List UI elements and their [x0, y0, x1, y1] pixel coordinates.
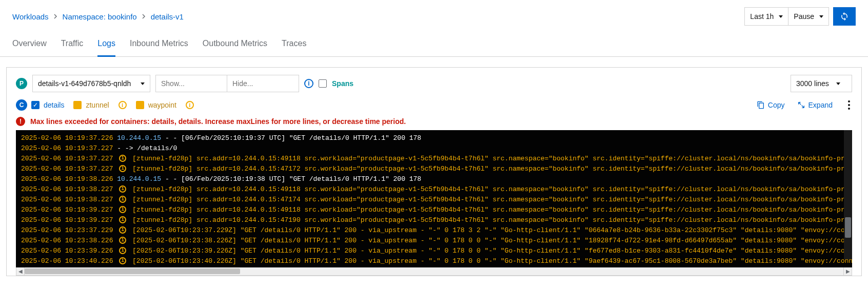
refresh-button[interactable] — [833, 7, 856, 26]
time-range-select[interactable]: Last 1h — [744, 7, 788, 26]
log-text: [2025-02-06T10:23:37.229Z] "GET /details… — [132, 226, 852, 234]
refresh-mode-label: Pause — [794, 12, 814, 20]
log-line: 2025-02-06 10:23:40.226 i [2025-02-06T10… — [21, 256, 847, 266]
expand-button[interactable]: Expand — [797, 101, 833, 109]
waypoint-warning-icon[interactable]: i — [186, 101, 194, 109]
log-line: 2025-02-06 10:19:38.227 i [ztunnel-fd28p… — [21, 184, 847, 195]
tab-traces[interactable]: Traces — [282, 39, 306, 57]
log-text: - - [06/Feb/2025:10:19:38 UTC] "GET /det… — [165, 175, 421, 183]
log-line: 2025-02-06 10:19:37.227 i [ztunnel-fd28p… — [21, 154, 847, 164]
log-timestamp: 2025-02-06 10:23:37.229 — [21, 226, 113, 234]
spans-checkbox[interactable] — [319, 79, 327, 88]
pod-select-label: details-v1-649d7678b5-qnldh — [38, 79, 133, 88]
expand-icon — [797, 101, 805, 109]
refresh-icon — [840, 12, 849, 21]
log-info-icon[interactable]: i — [119, 196, 126, 203]
log-info-icon[interactable]: i — [119, 155, 126, 162]
breadcrumb-workload[interactable]: details-v1 — [151, 12, 184, 21]
pod-select[interactable]: details-v1-649d7678b5-qnldh — [32, 75, 150, 92]
log-timestamp: 2025-02-06 10:23:38.226 — [21, 237, 113, 244]
tab-logs[interactable]: Logs — [97, 39, 115, 57]
log-timestamp: 2025-02-06 10:19:38.227 — [21, 196, 113, 203]
container-badge: C — [16, 99, 27, 111]
log-timestamp: 2025-02-06 10:19:38.227 — [21, 185, 113, 193]
copy-button[interactable]: Copy — [757, 101, 785, 109]
log-timestamp: 2025-02-06 10:19:37.227 — [21, 155, 113, 162]
log-info-icon[interactable]: i — [119, 216, 126, 223]
log-line: 2025-02-06 10:23:38.226 i [2025-02-06T10… — [21, 236, 847, 246]
scroll-left-button[interactable]: ◀ — [16, 267, 25, 275]
log-ip: 10.244.0.15 — [117, 134, 161, 142]
container-details-checkbox[interactable]: ✓ — [31, 101, 40, 109]
log-line: 2025-02-06 10:19:37.227 i [ztunnel-fd28p… — [21, 164, 847, 174]
log-ip: 10.244.0.15 — [117, 175, 161, 183]
container-ztunnel-checkbox[interactable]: ✓ — [73, 101, 82, 109]
log-line: 2025-02-06 10:19:38.226 10.244.0.15 - - … — [21, 174, 847, 184]
chevron-right-icon — [54, 14, 57, 19]
log-info-icon[interactable]: i — [119, 247, 126, 254]
expand-label: Expand — [808, 101, 833, 109]
log-text: [ztunnel-fd28p] src.addr=10.244.0.15:471… — [132, 165, 852, 173]
log-timestamp: 2025-02-06 10:19:37.227 — [21, 165, 113, 173]
log-info-icon[interactable]: i — [119, 165, 126, 172]
pod-badge: P — [16, 78, 27, 89]
log-info-icon[interactable]: i — [119, 206, 126, 213]
max-lines-alert: ! Max lines exceeded for containers: det… — [16, 117, 852, 126]
alert-text: Max lines exceeded for containers: detai… — [30, 117, 406, 126]
filter-info-icon[interactable]: i — [304, 79, 313, 88]
log-text: [ztunnel-fd28p] src.addr=10.244.0.15:491… — [132, 155, 852, 162]
copy-icon — [757, 101, 765, 109]
show-filter-input[interactable] — [155, 75, 227, 92]
refresh-mode-select[interactable]: Pause — [788, 7, 829, 26]
log-text: [2025-02-06T10:23:39.226Z] "GET /details… — [132, 247, 852, 255]
log-timestamp: 2025-02-06 10:19:37.226 — [21, 134, 113, 142]
copy-label: Copy — [768, 101, 785, 109]
tab-inbound-metrics[interactable]: Inbound Metrics — [130, 39, 188, 57]
tab-outbound-metrics[interactable]: Outbound Metrics — [203, 39, 267, 57]
container-ztunnel-label: ztunnel — [86, 101, 109, 109]
caret-down-icon — [779, 15, 783, 18]
tab-traffic[interactable]: Traffic — [61, 39, 84, 57]
log-info-icon[interactable]: i — [119, 226, 126, 234]
error-icon: ! — [16, 117, 25, 126]
kebab-menu[interactable] — [846, 98, 852, 112]
max-lines-label: 3000 lines — [796, 79, 829, 88]
spans-label: Spans — [332, 79, 353, 88]
log-text: - -> /details/0 — [117, 144, 177, 152]
log-info-icon[interactable]: i — [119, 237, 126, 244]
log-line: 2025-02-06 10:19:39.227 i [ztunnel-fd28p… — [21, 215, 847, 225]
caret-down-icon — [141, 82, 145, 85]
container-waypoint-label: waypoint — [148, 101, 176, 109]
tab-overview[interactable]: Overview — [12, 39, 47, 57]
breadcrumb-workloads[interactable]: Workloads — [12, 12, 49, 21]
log-text: [ztunnel-fd28p] src.addr=10.244.0.15:491… — [132, 206, 852, 214]
log-timestamp: 2025-02-06 10:23:39.226 — [21, 247, 113, 255]
log-info-icon[interactable]: i — [119, 257, 126, 264]
log-timestamp: 2025-02-06 10:23:40.226 — [21, 257, 113, 265]
log-timestamp: 2025-02-06 10:19:37.227 — [21, 144, 113, 152]
log-line: 2025-02-06 10:19:39.227 i [ztunnel-fd28p… — [21, 205, 847, 215]
ztunnel-warning-icon[interactable]: i — [119, 101, 127, 109]
log-text: [2025-02-06T10:23:38.226Z] "GET /details… — [132, 237, 852, 244]
hide-filter-input[interactable] — [227, 75, 299, 92]
breadcrumb-namespace[interactable]: Namespace: bookinfo — [63, 12, 137, 21]
vertical-scrollbar-track[interactable] — [844, 130, 852, 259]
horizontal-scrollbar-track[interactable]: ◀ ▶ — [16, 267, 852, 276]
log-text: [ztunnel-fd28p] src.addr=10.244.0.15:491… — [132, 185, 852, 193]
log-timestamp: 2025-02-06 10:19:39.227 — [21, 206, 113, 214]
breadcrumb: Workloads Namespace: bookinfo details-v1 — [12, 12, 184, 21]
vertical-scrollbar-thumb[interactable] — [845, 217, 851, 238]
scroll-right-button[interactable]: ▶ — [843, 267, 852, 275]
log-timestamp: 2025-02-06 10:19:39.227 — [21, 216, 113, 224]
horizontal-scrollbar-thumb[interactable] — [25, 268, 240, 274]
time-range-label: Last 1h — [750, 12, 774, 20]
caret-down-icon — [836, 82, 840, 85]
log-info-icon[interactable]: i — [119, 185, 126, 193]
log-text: [2025-02-06T10:23:40.226Z] "GET /details… — [132, 257, 852, 265]
max-lines-select[interactable]: 3000 lines — [791, 75, 852, 92]
container-waypoint-checkbox[interactable]: ✓ — [136, 101, 144, 109]
log-text: - - [06/Feb/2025:10:19:37 UTC] "GET /det… — [165, 134, 421, 142]
log-line: 2025-02-06 10:19:37.227 - -> /details/0 — [21, 143, 847, 154]
log-viewer[interactable]: 2025-02-06 10:19:37.226 10.244.0.15 - - … — [16, 130, 852, 267]
log-line: 2025-02-06 10:23:37.229 i [2025-02-06T10… — [21, 225, 847, 236]
